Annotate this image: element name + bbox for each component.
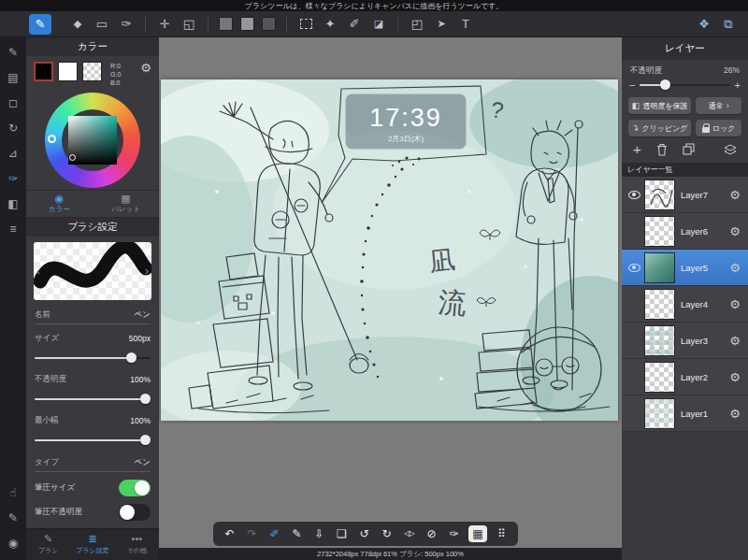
brush-tool-icon[interactable]: ✑ [115, 14, 137, 35]
shape-tool-icon[interactable]: ▭ [91, 14, 113, 35]
drag-handle-icon[interactable]: ⠿ [494, 525, 510, 542]
add-layer-button[interactable]: + [633, 142, 641, 156]
lasso-pen-icon[interactable]: ✐ [343, 14, 366, 35]
next-brush-arrow-icon[interactable]: › [145, 265, 149, 278]
material-button-icon[interactable]: ▦ [468, 525, 487, 542]
clipping-button[interactable]: ↴ クリッピング [628, 120, 691, 136]
background-color-swatch[interactable] [58, 62, 78, 81]
opacity-track[interactable] [640, 83, 729, 87]
layer4-gear-icon[interactable]: ⚙ [729, 298, 741, 310]
delete-layer-button[interactable] [656, 143, 668, 156]
pen-tool-icon[interactable]: ✎ [29, 14, 51, 35]
palette-tab-label: パレット [111, 205, 140, 214]
no-draw-icon[interactable]: ⊘ [424, 525, 439, 542]
ruler-icon[interactable]: ⊿ [8, 148, 18, 159]
layer7-visibility-eye-icon[interactable] [628, 191, 640, 199]
rgb-r: R:0 [110, 62, 121, 70]
brush-size-slider[interactable] [35, 356, 151, 360]
layer7-gear-icon[interactable]: ⚙ [729, 189, 741, 201]
stamp-tool-icon[interactable]: ◰ [406, 14, 428, 35]
eraser-tool-icon[interactable]: ◆ [66, 14, 89, 35]
pressure-size-toggle[interactable] [119, 480, 151, 496]
hue-knob[interactable] [48, 135, 56, 143]
rotate-left-icon[interactable]: ↺ [356, 525, 372, 542]
layer1-gear-icon[interactable]: ⚙ [729, 408, 741, 420]
toolbar-divider [286, 17, 287, 32]
pen-only-icon[interactable]: ✎ [8, 512, 18, 524]
canvas-artwork[interactable]: 17:39 2月3日(木) ? 凪 流 [161, 79, 618, 421]
hue-wheel[interactable] [45, 93, 140, 188]
tab-brush-settings[interactable]: ≣ ブラシ設定 [70, 529, 114, 560]
download-icon[interactable]: ⇩ [311, 525, 327, 542]
lock-button[interactable]: ロック [696, 120, 741, 136]
layer-list: Layer7 ⚙ Layer6 ⚙ Layer5 ⚙ Layer4 ⚙ [622, 177, 748, 432]
layer2-gear-icon[interactable]: ⚙ [729, 371, 741, 383]
pressure-opacity-toggle[interactable] [119, 504, 151, 521]
hand-tool-icon[interactable]: ☝ [9, 487, 16, 498]
foreground-color-swatch[interactable] [34, 62, 53, 81]
select-icon[interactable]: ◻ [8, 97, 18, 108]
redo-icon[interactable]: ↷ [244, 525, 260, 542]
layer6-gear-icon[interactable]: ⚙ [729, 225, 741, 237]
prev-brush-arrow-icon[interactable]: ‹ [36, 265, 40, 278]
tab-color[interactable]: ◉ カラー [26, 191, 93, 217]
gradient-icon[interactable]: ◧ [7, 198, 18, 209]
pen-quick-icon[interactable]: ✎ [289, 525, 305, 542]
layers-panel-toggle-icon[interactable]: ⧉ [717, 14, 740, 35]
fill-swatch-icon[interactable] [219, 17, 233, 31]
transparent-color-swatch[interactable] [82, 62, 102, 81]
opacity-plus-icon[interactable]: + [735, 79, 741, 91]
left-panel: カラー R:0 G:0 B:0 ⚙ ◉ カラー [26, 37, 159, 560]
brush-name-row[interactable]: 名前 ペン [35, 304, 151, 324]
layer5-gear-icon[interactable]: ⚙ [729, 262, 741, 274]
smooth-brush-icon[interactable]: ✐ [266, 525, 282, 542]
select-eraser-icon[interactable]: ◪ [367, 14, 390, 35]
move-tool-icon[interactable]: ✛ [153, 14, 176, 35]
rotate-icon[interactable]: ↻ [8, 122, 18, 134]
tab-brush[interactable]: ✎ ブラシ [26, 529, 70, 560]
opacity-minus-icon[interactable]: − [629, 79, 635, 91]
eyedropper-icon[interactable]: ◉ [8, 538, 18, 549]
layer-row-layer3[interactable]: Layer3 ⚙ [622, 323, 748, 359]
gradient-swatch-icon[interactable] [240, 17, 254, 31]
others-tab-icon: ••• [132, 534, 143, 544]
layer-row-layer2[interactable]: Layer2 ⚙ [622, 359, 748, 395]
save-icon[interactable]: ▤ [7, 72, 18, 83]
brush-panel-toggle-icon[interactable]: ❖ [693, 14, 715, 35]
sv-knob[interactable] [69, 154, 76, 161]
transform-tool-icon[interactable]: ◱ [178, 14, 200, 35]
marquee-icon [300, 19, 312, 29]
layer-row-layer1[interactable]: Layer1 ⚙ [622, 395, 748, 432]
layer-row-layer5-selected[interactable]: Layer5 ⚙ [622, 250, 748, 286]
rotate-right-icon[interactable]: ↻ [379, 525, 395, 542]
brush-preview[interactable]: ‹ › [34, 242, 151, 300]
marker-icon[interactable]: ✑ [8, 173, 18, 184]
duplicate-layer-button[interactable] [683, 143, 695, 155]
layer5-visibility-eye-icon[interactable] [628, 264, 640, 272]
pattern-swatch-icon[interactable] [262, 17, 276, 31]
color-settings-gear-icon[interactable]: ⚙ [140, 62, 151, 74]
undo-icon[interactable]: ↶ [222, 525, 237, 542]
export-icon[interactable]: ❏ [334, 525, 350, 542]
layer-row-layer4[interactable]: Layer4 ⚙ [622, 286, 748, 323]
edit-icon[interactable]: ✎ [8, 47, 18, 58]
layer-row-layer7[interactable]: Layer7 ⚙ [622, 177, 748, 213]
cursor-tool-icon[interactable]: ➤ [430, 14, 453, 35]
layer-list-icon[interactable]: ≡ [9, 223, 16, 235]
merge-layer-button[interactable] [724, 144, 737, 155]
layer-row-layer6[interactable]: Layer6 ⚙ [622, 213, 748, 250]
protect-alpha-button[interactable]: ◧ 透明度を保護 [628, 97, 691, 114]
blend-mode-button[interactable]: 通常 › [696, 97, 741, 114]
pressure-opacity-row: 筆圧不透明度 [35, 500, 151, 524]
select-rect-icon[interactable] [295, 14, 317, 35]
layer3-gear-icon[interactable]: ⚙ [729, 335, 741, 347]
snap-icon[interactable]: ✑ [446, 525, 462, 542]
brush-type-row[interactable]: タイプ ペン [35, 452, 151, 472]
flip-horizontal-icon[interactable]: ◁▷ [401, 525, 417, 542]
tab-others[interactable]: ••• その他 [115, 529, 159, 560]
tab-palette[interactable]: ▦ パレット [93, 191, 159, 217]
brush-opacity-slider[interactable] [35, 397, 151, 401]
magic-wand-icon[interactable]: ✦ [319, 14, 341, 35]
text-tool-icon[interactable]: T [454, 14, 477, 35]
min-width-slider[interactable] [35, 438, 151, 442]
